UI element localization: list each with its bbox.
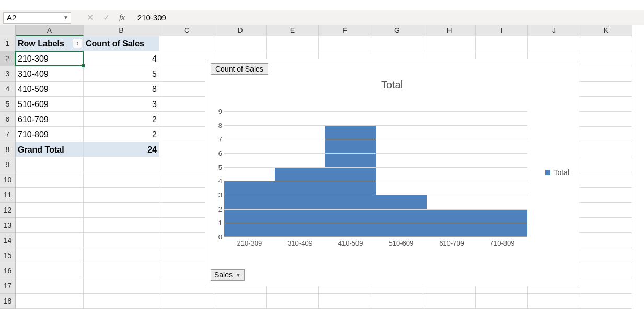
cell-A5[interactable]: 510-609 xyxy=(16,97,84,112)
name-box[interactable]: A2 ▼ xyxy=(3,12,71,24)
row-header-2[interactable]: 2 xyxy=(0,51,16,66)
row-header-1[interactable]: 1 xyxy=(0,36,16,51)
column-header-f[interactable]: F xyxy=(319,25,371,36)
cell-B14[interactable] xyxy=(84,233,159,248)
column-header-k[interactable]: K xyxy=(580,25,632,36)
cell-K15[interactable] xyxy=(580,248,632,263)
cell-B16[interactable] xyxy=(84,263,159,278)
bar-310-409[interactable] xyxy=(275,167,326,237)
cell-F1[interactable] xyxy=(319,36,371,51)
row-header-12[interactable]: 12 xyxy=(0,203,16,218)
cell-B17[interactable] xyxy=(84,278,159,294)
cell-A13[interactable] xyxy=(16,218,84,233)
cell-A7[interactable]: 710-809 xyxy=(16,127,84,142)
cell-K18[interactable] xyxy=(580,294,632,309)
row-header-11[interactable]: 11 xyxy=(0,188,16,203)
row-header-4[interactable]: 4 xyxy=(0,82,16,97)
cell-B6[interactable]: 2 xyxy=(84,112,159,127)
cell-A16[interactable] xyxy=(16,263,84,278)
cell-A9[interactable] xyxy=(16,157,84,172)
name-box-dropdown-icon[interactable]: ▼ xyxy=(63,15,68,20)
cell-K11[interactable] xyxy=(580,188,632,203)
cell-I18[interactable] xyxy=(476,294,528,309)
cell-K2[interactable] xyxy=(580,51,632,66)
cell-B15[interactable] xyxy=(84,248,159,263)
cell-B2[interactable]: 4 xyxy=(84,51,159,66)
cell-G1[interactable] xyxy=(371,36,423,51)
cell-B12[interactable] xyxy=(84,203,159,218)
row-header-9[interactable]: 9 xyxy=(0,157,16,172)
column-header-e[interactable]: E xyxy=(267,25,319,36)
cell-J1[interactable] xyxy=(528,36,580,51)
chart-value-field-button[interactable]: Count of Sales xyxy=(211,63,268,75)
row-header-3[interactable]: 3 xyxy=(0,66,16,82)
cell-K4[interactable] xyxy=(580,82,632,97)
cell-K10[interactable] xyxy=(580,172,632,188)
cell-K14[interactable] xyxy=(580,233,632,248)
cell-A11[interactable] xyxy=(16,188,84,203)
row-header-16[interactable]: 16 xyxy=(0,263,16,278)
row-header-13[interactable]: 13 xyxy=(0,218,16,233)
column-header-h[interactable]: H xyxy=(423,25,476,36)
cell-K16[interactable] xyxy=(580,263,632,278)
row-header-18[interactable]: 18 xyxy=(0,294,16,309)
cell-B7[interactable]: 2 xyxy=(84,127,159,142)
cell-A14[interactable] xyxy=(16,233,84,248)
select-all-cell[interactable] xyxy=(0,25,16,36)
cell-B4[interactable]: 8 xyxy=(84,82,159,97)
row-header-6[interactable]: 6 xyxy=(0,112,16,127)
cell-D18[interactable] xyxy=(214,294,267,309)
cell-K8[interactable] xyxy=(580,142,632,157)
row-header-10[interactable]: 10 xyxy=(0,172,16,188)
cell-A18[interactable] xyxy=(16,294,84,309)
chart-axis-field-button[interactable]: Sales ▼ xyxy=(211,269,245,281)
column-header-b[interactable]: B xyxy=(84,25,159,36)
cell-J18[interactable] xyxy=(528,294,580,309)
cell-B1[interactable]: Count of Sales xyxy=(84,36,159,51)
cell-K9[interactable] xyxy=(580,157,632,172)
filter-sort-icon[interactable]: ↕ xyxy=(73,39,82,48)
cell-A4[interactable]: 410-509 xyxy=(16,82,84,97)
cell-B8[interactable]: 24 xyxy=(84,142,159,157)
cell-K6[interactable] xyxy=(580,112,632,127)
cell-K1[interactable] xyxy=(580,36,632,51)
cell-I1[interactable] xyxy=(476,36,528,51)
cell-K17[interactable] xyxy=(580,278,632,294)
cell-A8[interactable]: Grand Total xyxy=(16,142,84,157)
cell-F18[interactable] xyxy=(319,294,371,309)
cell-B11[interactable] xyxy=(84,188,159,203)
cell-H1[interactable] xyxy=(423,36,476,51)
row-header-17[interactable]: 17 xyxy=(0,278,16,294)
cell-A1[interactable]: Row Labels↕ xyxy=(16,36,84,51)
bar-510-609[interactable] xyxy=(376,195,427,237)
cell-B3[interactable]: 5 xyxy=(84,66,159,82)
column-header-d[interactable]: D xyxy=(214,25,267,36)
cell-K12[interactable] xyxy=(580,203,632,218)
cell-A6[interactable]: 610-709 xyxy=(16,112,84,127)
cell-G18[interactable] xyxy=(371,294,423,309)
row-header-15[interactable]: 15 xyxy=(0,248,16,263)
column-header-a[interactable]: A xyxy=(16,25,84,36)
cell-B9[interactable] xyxy=(84,157,159,172)
column-header-g[interactable]: G xyxy=(371,25,423,36)
cell-A2[interactable]: 210-309 xyxy=(16,51,84,66)
cell-B10[interactable] xyxy=(84,172,159,188)
cell-H18[interactable] xyxy=(423,294,476,309)
cell-B18[interactable] xyxy=(84,294,159,309)
row-header-8[interactable]: 8 xyxy=(0,142,16,157)
cell-K13[interactable] xyxy=(580,218,632,233)
formula-input[interactable]: 210-309 xyxy=(137,13,166,22)
cell-E18[interactable] xyxy=(267,294,319,309)
cell-K5[interactable] xyxy=(580,97,632,112)
fx-icon[interactable]: fx xyxy=(119,13,125,22)
column-header-c[interactable]: C xyxy=(159,25,214,36)
cell-K3[interactable] xyxy=(580,66,632,82)
row-header-7[interactable]: 7 xyxy=(0,127,16,142)
cell-B13[interactable] xyxy=(84,218,159,233)
cell-K7[interactable] xyxy=(580,127,632,142)
cell-C1[interactable] xyxy=(159,36,214,51)
column-header-i[interactable]: I xyxy=(476,25,528,36)
cell-C18[interactable] xyxy=(159,294,214,309)
row-header-5[interactable]: 5 xyxy=(0,97,16,112)
cell-A10[interactable] xyxy=(16,172,84,188)
